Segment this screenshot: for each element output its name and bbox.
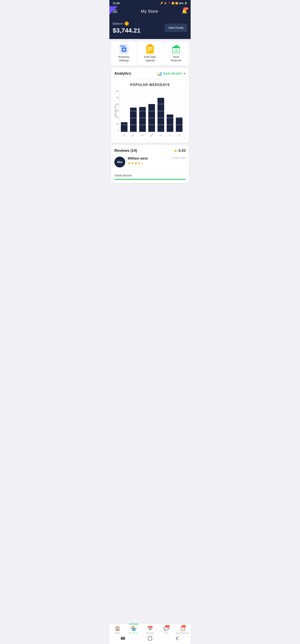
notification-button[interactable]: 🔔 112 bbox=[182, 8, 187, 14]
store-features-label: Store Features bbox=[171, 55, 181, 62]
balance-label: Balance i bbox=[113, 22, 140, 26]
reviews-section: Reviews (14) ★ 3.43 Ww William west 15 M… bbox=[111, 145, 189, 183]
avg-rating: 3.43 bbox=[178, 148, 186, 153]
balance-info-icon[interactable]: i bbox=[125, 22, 129, 26]
store-features-icon: ★ bbox=[171, 44, 181, 54]
review-divider bbox=[114, 171, 186, 171]
analytics-title: Analytics bbox=[114, 71, 131, 76]
y-label-50: 50 bbox=[116, 96, 119, 99]
business-settings-label: Business Settings bbox=[118, 55, 129, 62]
chart-type-button[interactable]: 📊 BAR GRAPH ▼ bbox=[157, 71, 186, 76]
notification-badge: 112 bbox=[183, 7, 189, 10]
analytics-header: Analytics 📊 BAR GRAPH ▼ bbox=[114, 71, 186, 76]
balance-card: Balance i $3,744.21 View Funds bbox=[109, 17, 191, 39]
mute-icon: 🔇 bbox=[164, 2, 167, 4]
balance-amount: $3,744.21 bbox=[113, 27, 140, 34]
header: My Store 🔔 112 bbox=[109, 6, 191, 17]
y-label-0: 0 bbox=[117, 130, 119, 132]
analytics-section: Analytics 📊 BAR GRAPH ▼ POPULAR WEEKDAYS… bbox=[111, 68, 189, 143]
edit-daily-agenda-label: Edit Daily Agenda bbox=[144, 55, 156, 62]
chevron-down-icon: ▼ bbox=[183, 72, 186, 75]
review-item: Ww William west 15 Mar 2024 ★ ★ ★ ★ ★ bbox=[114, 156, 186, 170]
chart-title: POPULAR WEEKDAYS bbox=[116, 83, 184, 87]
y-axis-label: Appointments bbox=[114, 105, 117, 118]
promo-banner bbox=[109, 6, 118, 14]
battery-icon: 🔋 bbox=[184, 2, 187, 4]
reviews-title: Reviews (14) bbox=[114, 148, 137, 153]
bar-chart: POPULAR WEEKDAYS 60 50 40 30 20 10 0 bbox=[114, 80, 186, 140]
star-3: ★ bbox=[134, 161, 137, 165]
view-funds-button[interactable]: View Funds bbox=[165, 24, 187, 32]
battery-text: 59% bbox=[179, 2, 184, 4]
y-label-60: 60 bbox=[116, 90, 119, 92]
reviewer-name: William west bbox=[128, 156, 148, 160]
bar-wed bbox=[147, 90, 156, 132]
bar-sun bbox=[120, 90, 128, 132]
edit-daily-agenda-icon bbox=[145, 44, 155, 54]
bar-fri bbox=[166, 90, 174, 132]
star-5: ★ bbox=[141, 161, 144, 165]
business-settings-card[interactable]: Business Settings bbox=[111, 42, 137, 65]
review-stars: ★ ★ ★ ★ ★ bbox=[128, 161, 186, 165]
bar-chart-icon: 📊 bbox=[157, 71, 162, 76]
reviewer-avatar: Ww bbox=[114, 156, 125, 168]
bar-sat bbox=[175, 90, 183, 132]
wifi-icon: 📶 bbox=[171, 2, 174, 4]
location-icon: 📍 bbox=[168, 2, 171, 4]
review-text: Great service bbox=[114, 174, 132, 177]
store-features-card[interactable]: ★ Store Features bbox=[163, 42, 189, 65]
rating-summary: ★ 3.43 bbox=[174, 148, 186, 153]
x-axis-labels: Sun Mon Tue Wed Thu Fri Sat bbox=[119, 133, 184, 138]
avg-star-icon: ★ bbox=[174, 148, 178, 153]
reviews-header: Reviews (14) ★ 3.43 bbox=[114, 148, 186, 153]
bar-tue bbox=[138, 90, 147, 132]
signal-icon: 📶 bbox=[175, 2, 178, 4]
status-bar: 11:20 🔑 🔇 📍 📶 📶 59% 🔋 bbox=[109, 0, 191, 6]
review-content: William west 15 Mar 2024 ★ ★ ★ ★ ★ bbox=[128, 156, 186, 168]
header-title: My Store bbox=[141, 9, 158, 14]
star-4: ★ bbox=[138, 161, 141, 165]
key-icon: 🔑 bbox=[160, 2, 163, 4]
edit-daily-agenda-card[interactable]: Edit Daily Agenda bbox=[137, 42, 163, 65]
chart-type-label: BAR GRAPH bbox=[163, 72, 182, 75]
review-date: 15 Mar 2024 bbox=[172, 156, 186, 160]
chart-area: 60 50 40 30 20 10 0 bbox=[116, 90, 184, 138]
star-2: ★ bbox=[131, 161, 134, 165]
bar-thu bbox=[157, 90, 165, 132]
status-icons: 🔑 🔇 📍 📶 📶 59% 🔋 bbox=[160, 2, 187, 4]
y-label-10: 10 bbox=[116, 123, 119, 125]
balance-info: Balance i $3,744.21 bbox=[113, 22, 140, 34]
business-settings-icon bbox=[119, 44, 129, 54]
status-time: 11:20 bbox=[113, 2, 120, 5]
star-1: ★ bbox=[128, 161, 131, 165]
quick-actions: Business Settings bbox=[109, 39, 191, 68]
bar-mon bbox=[129, 90, 137, 132]
